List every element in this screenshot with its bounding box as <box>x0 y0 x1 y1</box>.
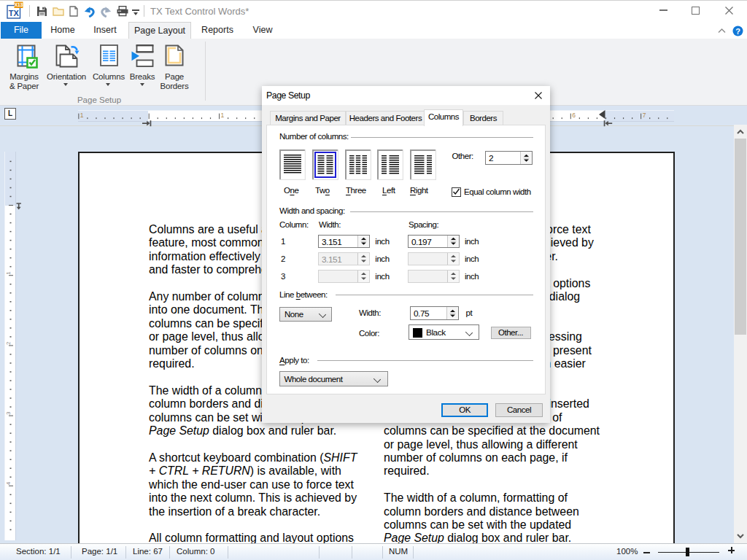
svg-text:X13: X13 <box>15 2 23 7</box>
svg-text:2: 2 <box>6 341 12 345</box>
svg-text:TX: TX <box>9 9 20 18</box>
svg-text:7: 7 <box>643 112 646 119</box>
svg-text:1: 1 <box>80 112 84 119</box>
svg-text:1: 1 <box>6 271 12 275</box>
svg-text:?: ? <box>735 27 740 36</box>
svg-text:4: 4 <box>6 481 12 485</box>
svg-text:3: 3 <box>6 411 12 415</box>
svg-text:1: 1 <box>221 112 225 119</box>
svg-text:6: 6 <box>572 112 576 119</box>
